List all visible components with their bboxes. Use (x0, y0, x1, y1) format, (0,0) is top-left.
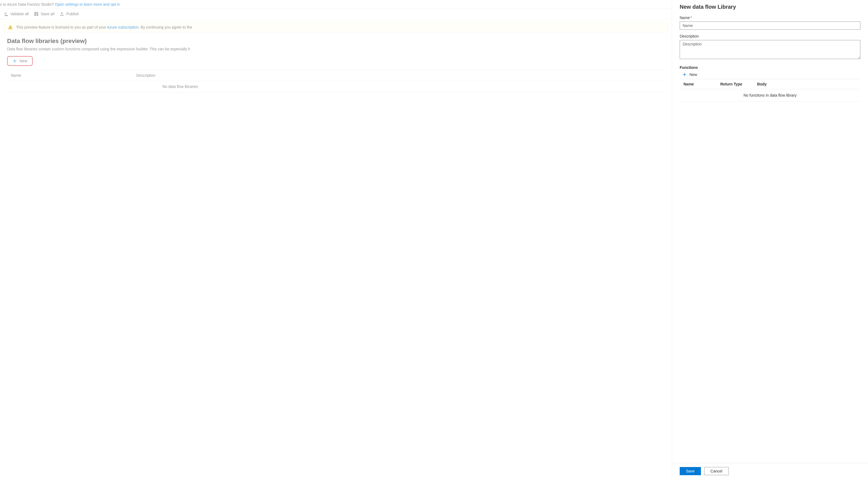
main-area: s to Azure Data Factory Studio? Open set… (0, 0, 672, 479)
new-function-label: New (689, 72, 697, 77)
publish-button[interactable]: Publish (60, 12, 79, 16)
page-content: Data flow libraries (preview) Data flow … (0, 33, 672, 97)
libraries-col-description[interactable]: Description (136, 73, 661, 77)
page-title: Data flow libraries (preview) (7, 38, 665, 45)
libraries-col-name[interactable]: Name (11, 73, 136, 77)
preview-banner-text-suffix: By continuing you agree to the (140, 25, 192, 29)
publish-label: Publish (66, 12, 79, 16)
plus-icon (12, 59, 17, 63)
validate-all-button[interactable]: Validate all (4, 12, 29, 16)
warning-icon (8, 25, 13, 30)
functions-col-body[interactable]: Body (757, 82, 857, 86)
functions-title: Functions (680, 65, 860, 70)
new-library-button[interactable]: New (7, 56, 33, 66)
name-input[interactable] (680, 22, 860, 30)
libraries-table-header: Name Description (7, 70, 665, 81)
top-notification-text: s to Azure Data Factory Studio? (0, 2, 55, 6)
preview-feature-banner: This preview feature is licensed to you … (4, 22, 668, 33)
new-library-label: New (20, 59, 27, 63)
functions-col-name[interactable]: Name (683, 82, 720, 86)
save-button[interactable]: Save (680, 467, 701, 475)
upload-icon (60, 12, 64, 16)
functions-section: Functions New Name Return Type Body No f… (680, 65, 860, 102)
functions-table: Name Return Type Body No functions in da… (680, 79, 860, 102)
panel-footer: Save Cancel (672, 463, 868, 479)
save-all-button[interactable]: Save all (34, 12, 54, 16)
new-function-button[interactable]: New (680, 71, 698, 78)
svg-point-0 (10, 28, 11, 29)
libraries-table: Name Description No data flow libraries (7, 70, 665, 92)
preview-banner-link[interactable]: Azure subscription. (107, 25, 140, 29)
functions-col-return[interactable]: Return Type (720, 82, 757, 86)
required-indicator: * (690, 15, 692, 20)
checkmark-list-icon (4, 12, 8, 16)
toolbar: Validate all Save all Publish (0, 9, 672, 19)
plus-icon (682, 72, 687, 77)
page-subtitle: Data flow libraries contain custom funct… (7, 47, 665, 51)
top-notification-bar: s to Azure Data Factory Studio? Open set… (0, 0, 672, 9)
libraries-empty-row: No data flow libraries (7, 81, 665, 92)
top-notification-link[interactable]: Open settings to learn more and opt in (55, 2, 120, 6)
functions-table-header: Name Return Type Body (680, 79, 860, 89)
save-icon (34, 12, 38, 16)
validate-all-label: Validate all (10, 12, 29, 16)
description-input[interactable] (680, 40, 860, 59)
new-library-panel: New data flow Library Name* Description … (672, 0, 868, 479)
description-label: Description (680, 34, 860, 38)
save-all-label: Save all (41, 12, 54, 16)
name-label: Name* (680, 15, 860, 20)
functions-empty-row: No functions in data flow library (680, 89, 860, 102)
cancel-button[interactable]: Cancel (704, 467, 729, 475)
preview-banner-text-prefix: This preview feature is licensed to you … (16, 25, 107, 29)
panel-title: New data flow Library (680, 4, 860, 10)
